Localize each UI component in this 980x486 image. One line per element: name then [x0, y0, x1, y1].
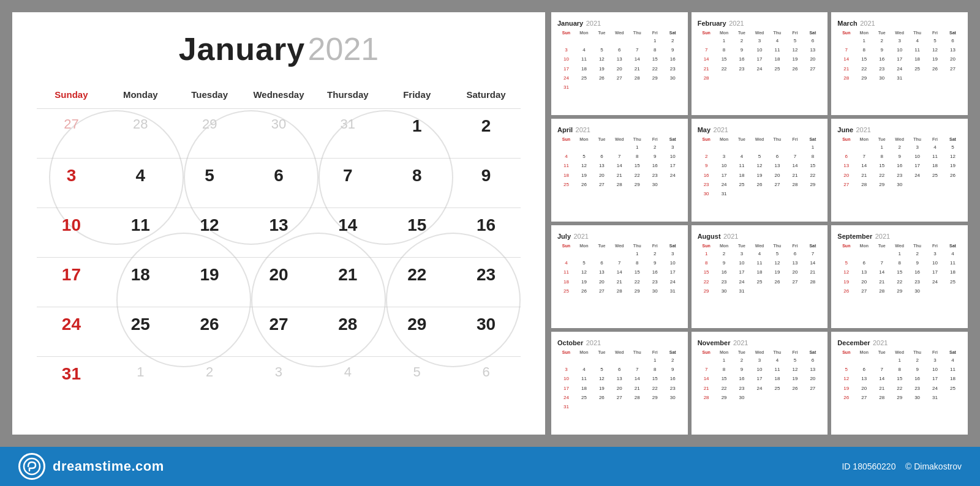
mini-day-cell: 25 — [768, 64, 786, 73]
mini-cal-header: September 2021 — [837, 230, 962, 241]
mini-day-cell: 18 — [944, 374, 962, 383]
mini-day-cell: 14 — [611, 267, 628, 277]
mini-cal-august: August 2021SunMonTueWedThuFriSat12345678… — [692, 225, 828, 328]
mini-day-cell: 30 — [908, 393, 926, 402]
mini-day-hdr: Sat — [804, 31, 821, 35]
mini-cal-april: April 2021SunMonTueWedThuFriSat123456789… — [551, 119, 688, 222]
mini-day-cell — [768, 143, 786, 152]
mini-day-cell: 16 — [664, 374, 682, 383]
mini-day-cell: 12 — [837, 374, 855, 383]
mini-week-row: 15161718192021 — [698, 267, 822, 277]
mini-day-cell: 17 — [557, 384, 575, 393]
mini-week-row: 22232425262728 — [698, 277, 822, 286]
mini-day-cell: 10 — [664, 258, 682, 267]
mini-day-cell: 11 — [908, 45, 926, 54]
mini-day-cell: 14 — [837, 54, 855, 64]
mini-day-hdr: Fri — [786, 244, 804, 248]
mini-day-hdr: Tue — [593, 244, 611, 248]
mini-day-cell — [628, 36, 646, 45]
mini-day-cell — [593, 83, 611, 92]
mini-day-cell: 24 — [557, 73, 575, 83]
svg-point-0 — [24, 458, 40, 474]
mini-day-headers: SunMonTueWedThuFriSat — [698, 31, 822, 35]
mini-day-cell: 8 — [873, 152, 891, 161]
mini-day-cell: 17 — [664, 161, 682, 170]
mini-week-row: 891011121314 — [698, 258, 822, 267]
mini-day-cell: 31 — [715, 189, 733, 198]
mini-year: 2021 — [714, 126, 728, 133]
mini-week-row: 18192021222324 — [557, 277, 682, 286]
mini-week-row: 23242526272829 — [698, 180, 822, 189]
large-calendar: January 2021 Sunday Monday Tuesday Wedne… — [12, 12, 545, 435]
mini-day-cell: 16 — [908, 374, 926, 383]
mini-day-cell: 29 — [646, 73, 664, 83]
mini-day-cell: 1 — [646, 36, 664, 45]
mini-day-cell: 18 — [908, 54, 926, 64]
mini-day-hdr: Mon — [855, 244, 873, 248]
mini-day-cell — [751, 73, 769, 83]
mini-week-row: 3031 — [698, 189, 822, 198]
mini-day-cell: 19 — [575, 171, 593, 180]
mini-day-cell: 24 — [751, 64, 769, 73]
day-cell: 12 — [175, 208, 244, 257]
day-cell: 31 — [37, 357, 106, 406]
mini-day-cell: 8 — [804, 152, 821, 161]
mini-day-cell — [751, 143, 769, 152]
mini-year: 2021 — [573, 233, 588, 240]
mini-day-cell: 13 — [804, 45, 821, 54]
day-cell: 5 — [175, 159, 244, 207]
mini-day-cell: 2 — [908, 249, 926, 258]
mini-day-cell — [646, 402, 664, 411]
mini-day-cell: 11 — [768, 45, 786, 54]
mini-day-cell: 5 — [926, 36, 944, 45]
mini-day-cell: 28 — [837, 73, 855, 83]
mini-day-cell: 15 — [891, 267, 908, 277]
mini-day-cell: 25 — [751, 277, 769, 286]
footer-bar: dreamstime.com ID 180560220 © Dimakostro… — [0, 447, 980, 486]
mini-day-cell: 11 — [944, 258, 962, 267]
mini-day-cell: 11 — [751, 258, 769, 267]
mini-day-cell: 9 — [715, 258, 733, 267]
mini-day-cell: 23 — [664, 64, 682, 73]
mini-day-cell: 28 — [786, 180, 804, 189]
mini-day-hdr: Sun — [837, 137, 855, 141]
mini-day-cell: 29 — [698, 286, 715, 296]
mini-day-cell: 24 — [926, 277, 944, 286]
mini-day-hdr: Sat — [804, 244, 821, 248]
mini-day-cell: 31 — [926, 393, 944, 402]
mini-day-cell: 28 — [628, 73, 646, 83]
mini-day-cell: 4 — [751, 249, 769, 258]
mini-week-row: 1234 — [837, 356, 962, 365]
large-month-name: January — [179, 31, 305, 67]
mini-day-cell: 13 — [611, 54, 628, 64]
mini-day-cell: 20 — [611, 64, 628, 73]
mini-day-cell — [944, 393, 962, 402]
mini-day-cell: 1 — [698, 249, 715, 258]
mini-day-hdr: Tue — [873, 31, 891, 35]
week-row-5: 24 25 26 27 28 29 30 — [37, 307, 521, 356]
day-header-monday: Monday — [106, 86, 175, 103]
mini-week-row: 262728293031 — [837, 393, 962, 402]
mini-day-cell: 29 — [646, 393, 664, 402]
mini-day-cell: 1 — [715, 36, 733, 45]
mini-day-cell: 31 — [557, 83, 575, 92]
mini-day-cell — [768, 393, 786, 402]
large-calendar-header: January 2021 — [37, 31, 521, 67]
mini-day-cell: 13 — [786, 258, 804, 267]
day-cell: 19 — [175, 258, 244, 307]
mini-week-row: 1 — [698, 143, 822, 152]
mini-day-cell: 26 — [575, 180, 593, 189]
mini-week-row: 21222324252627 — [837, 64, 962, 73]
mini-day-cell: 11 — [575, 374, 593, 383]
mini-day-hdr: Tue — [593, 350, 611, 354]
mini-day-cell: 3 — [926, 249, 944, 258]
mini-day-cell: 16 — [908, 267, 926, 277]
mini-day-cell: 1 — [891, 356, 908, 365]
mini-day-cell: 9 — [891, 152, 908, 161]
mini-day-cell: 24 — [751, 384, 769, 393]
mini-week-row: 19202122232425 — [837, 277, 962, 286]
mini-day-cell: 7 — [698, 45, 715, 54]
mini-day-cell: 18 — [751, 267, 769, 277]
mini-day-cell: 23 — [873, 64, 891, 73]
mini-day-cell: 20 — [786, 267, 804, 277]
